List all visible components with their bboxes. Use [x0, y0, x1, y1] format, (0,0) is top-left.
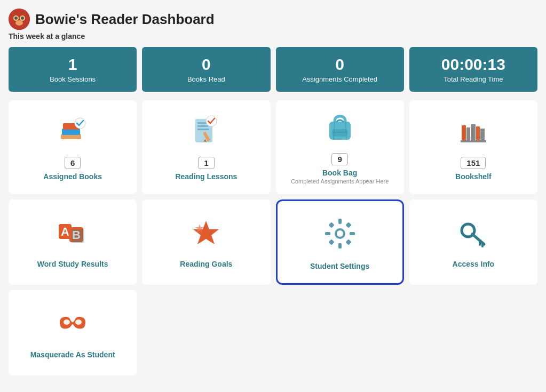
stat-books-read-value: 0 [151, 55, 262, 73]
svg-rect-41 [338, 243, 342, 249]
student-settings-icon [321, 214, 359, 258]
masquerade-title: Masquerade As Student [30, 350, 115, 359]
svg-rect-40 [338, 219, 342, 224]
bookshelf-card[interactable]: 151 Bookshelf [409, 100, 537, 194]
svg-point-39 [337, 230, 343, 237]
stat-assignments-completed-value: 0 [284, 55, 395, 73]
grid-row-2: A B Word Study Results Reading Goals [9, 199, 537, 285]
bookshelf-title: Bookshelf [455, 172, 492, 181]
stat-book-sessions-label: Book Sessions [17, 75, 128, 83]
svg-rect-46 [328, 239, 334, 245]
stat-reading-time-label: Total Reading Time [418, 75, 529, 83]
stat-assignments-completed-label: Assignments Completed [284, 75, 395, 83]
svg-rect-35 [72, 229, 84, 243]
stat-assignments-completed: 0 Assignments Completed [276, 47, 404, 92]
svg-rect-23 [461, 140, 486, 142]
stat-reading-time: 00:00:13 Total Reading Time [409, 47, 537, 92]
access-info-title: Access Info [453, 260, 495, 268]
svg-rect-28 [480, 129, 485, 140]
assigned-books-card[interactable]: 6 Assigned Books [9, 100, 137, 194]
reading-goals-card[interactable]: Reading Goals [142, 199, 270, 285]
book-bag-card[interactable]: 9 Book Bag Completed Assignments Appear … [276, 100, 404, 194]
header: Bowie's Reader Dashboard [9, 9, 537, 30]
page-title: Bowie's Reader Dashboard [35, 11, 215, 28]
word-study-icon: A B [56, 217, 90, 255]
word-study-card[interactable]: A B Word Study Results [9, 199, 137, 285]
stat-books-read-label: Books Read [151, 75, 262, 83]
assigned-books-title: Assigned Books [43, 172, 102, 181]
masquerade-icon [56, 307, 90, 346]
stat-books-read: 0 Books Read [142, 47, 270, 92]
bookshelf-icon [456, 114, 490, 153]
reading-lessons-icon [189, 114, 223, 153]
assigned-books-badge: 6 [65, 157, 81, 169]
svg-point-53 [75, 319, 82, 325]
access-info-icon [456, 217, 490, 255]
masquerade-card[interactable]: Masquerade As Student [9, 290, 137, 375]
student-settings-title: Student Settings [310, 262, 369, 270]
svg-point-52 [64, 319, 70, 325]
svg-point-0 [9, 9, 30, 30]
svg-rect-44 [328, 222, 334, 228]
svg-rect-45 [345, 222, 351, 228]
svg-rect-14 [197, 129, 209, 130]
subtitle: This week at a glance [9, 32, 537, 41]
grid-row-3: Masquerade As Student [9, 290, 537, 375]
svg-marker-36 [193, 221, 219, 244]
svg-rect-13 [197, 125, 208, 127]
svg-point-3 [14, 17, 18, 20]
reading-lessons-title: Reading Lessons [175, 172, 237, 181]
svg-rect-19 [333, 129, 347, 137]
svg-point-4 [21, 17, 24, 20]
stat-book-sessions-value: 1 [17, 55, 128, 73]
svg-point-5 [15, 20, 23, 26]
stat-reading-time-value: 00:00:13 [418, 55, 529, 73]
student-settings-card[interactable]: Student Settings [276, 199, 404, 285]
book-bag-badge: 9 [331, 153, 347, 165]
reading-goals-title: Reading Goals [180, 260, 232, 268]
access-info-card[interactable]: Access Info [409, 199, 537, 285]
book-bag-title: Book Bag [322, 169, 357, 177]
svg-rect-47 [345, 239, 351, 245]
reading-goals-icon [189, 217, 223, 255]
svg-rect-25 [466, 127, 470, 140]
svg-rect-42 [325, 232, 330, 235]
assigned-books-icon [56, 114, 90, 153]
svg-rect-27 [476, 126, 480, 140]
book-bag-icon [323, 110, 357, 149]
stats-row: 1 Book Sessions 0 Books Read 0 Assignmen… [9, 47, 537, 92]
word-study-title: Word Study Results [37, 260, 108, 268]
reading-lessons-badge: 1 [198, 157, 214, 169]
book-bag-subtitle: Completed Assignments Appear Here [291, 178, 389, 185]
svg-text:A: A [61, 225, 69, 238]
avatar [9, 9, 30, 30]
grid-row-1: 6 Assigned Books 1 Reading Lessons [9, 100, 537, 194]
stat-book-sessions: 1 Book Sessions [9, 47, 137, 92]
reading-lessons-card[interactable]: 1 Reading Lessons [142, 100, 270, 194]
bookshelf-badge: 151 [461, 157, 486, 169]
svg-rect-43 [350, 232, 355, 235]
